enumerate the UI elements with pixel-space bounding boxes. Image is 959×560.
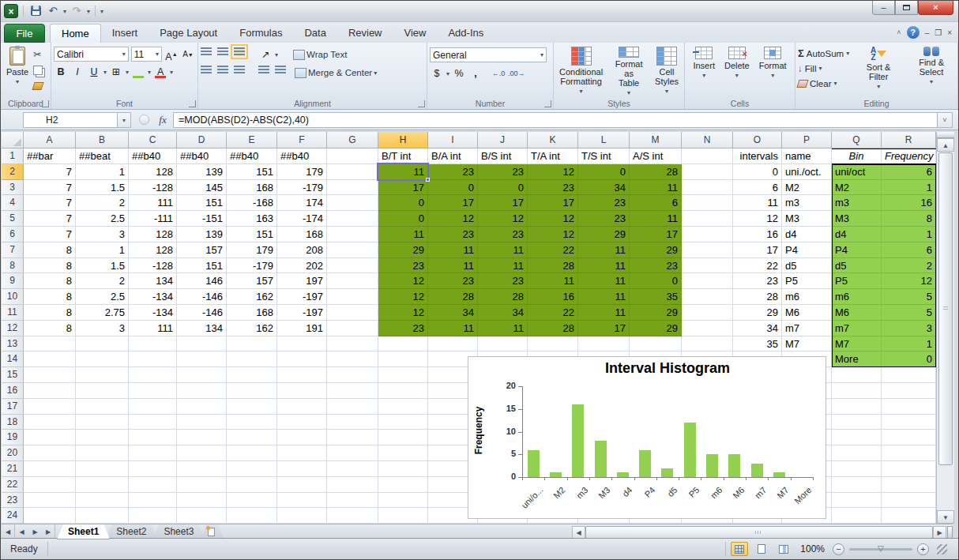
cell-B5[interactable]: 2.5 — [76, 211, 129, 227]
cell-P9[interactable]: P5 — [782, 273, 832, 289]
row-header-21[interactable]: 21 — [2, 461, 24, 477]
cell-H20[interactable] — [378, 445, 428, 461]
cell-F17[interactable] — [277, 399, 327, 415]
row-header-19[interactable]: 19 — [2, 430, 24, 445]
cell-Q19[interactable] — [832, 430, 882, 445]
cell-L12[interactable]: 17 — [578, 321, 630, 336]
row-header-13[interactable]: 13 — [2, 336, 24, 352]
column-header-Q[interactable]: Q — [832, 132, 882, 148]
cell-C1[interactable]: ##b40 — [129, 148, 177, 164]
increase-font-button[interactable]: A▲ — [164, 47, 179, 62]
cell-H14[interactable] — [378, 351, 428, 367]
cell-M1[interactable]: A/S int — [630, 148, 682, 164]
cell-F10[interactable]: -197 — [277, 289, 327, 305]
cell-O1[interactable]: intervals — [733, 148, 782, 164]
cell-O3[interactable]: 6 — [733, 180, 782, 196]
cell-B12[interactable]: 3 — [76, 321, 129, 336]
column-header-H[interactable]: H — [378, 132, 428, 148]
cell-D8[interactable]: 151 — [177, 258, 227, 274]
cell-J8[interactable]: 11 — [478, 258, 528, 274]
column-header-C[interactable]: C — [129, 132, 177, 148]
row-header-1[interactable]: 1 — [2, 148, 24, 164]
cell-N12[interactable] — [682, 321, 733, 336]
cell-R10[interactable]: 5 — [882, 289, 936, 305]
cell-L1[interactable]: T/S int — [578, 148, 630, 164]
column-header-M[interactable]: M — [630, 132, 682, 148]
cell-H21[interactable] — [378, 461, 428, 477]
zoom-in-button[interactable]: + — [917, 543, 929, 555]
cell-F19[interactable] — [277, 430, 327, 445]
decrease-decimal-button[interactable]: .00→ — [508, 66, 525, 81]
cell-C18[interactable] — [129, 415, 177, 430]
cell-K10[interactable]: 16 — [528, 289, 578, 305]
cell-H8[interactable]: 23 — [378, 258, 428, 274]
cell-A14[interactable] — [24, 351, 76, 367]
cell-B19[interactable] — [76, 430, 129, 445]
merge-center-button[interactable]: Merge & Center ▾ — [293, 66, 378, 80]
cell-A6[interactable]: 7 — [24, 227, 76, 242]
cell-H1[interactable]: B/T int — [378, 148, 428, 164]
column-header-J[interactable]: J — [478, 132, 528, 148]
scroll-up-icon[interactable]: ▲ — [937, 138, 954, 152]
column-header-G[interactable]: G — [327, 132, 378, 148]
cell-J5[interactable]: 12 — [478, 211, 528, 227]
cell-A7[interactable]: 8 — [24, 242, 76, 258]
zoom-slider-thumb[interactable]: ▽ — [878, 544, 884, 553]
scroll-down-icon[interactable]: ▼ — [937, 510, 954, 524]
cell-F14[interactable] — [277, 351, 327, 367]
cell-M10[interactable]: 35 — [630, 289, 682, 305]
cell-P2[interactable]: uni./oct. — [782, 164, 832, 180]
cell-O8[interactable]: 22 — [733, 258, 782, 274]
cell-D14[interactable] — [177, 351, 227, 367]
cell-Q20[interactable] — [832, 445, 882, 461]
cell-M12[interactable]: 29 — [630, 321, 682, 336]
cell-F23[interactable] — [277, 493, 327, 509]
tab-add-ins[interactable]: Add-Ins — [437, 24, 495, 43]
cell-D23[interactable] — [177, 493, 227, 509]
cell-P5[interactable]: M3 — [782, 211, 832, 227]
cell-G9[interactable] — [327, 273, 378, 289]
cell-M13[interactable] — [630, 336, 682, 352]
cell-E2[interactable]: 151 — [227, 164, 277, 180]
cell-B3[interactable]: 1.5 — [76, 180, 129, 196]
name-box-dropdown-icon[interactable]: ▾ — [118, 112, 131, 128]
cell-F18[interactable] — [277, 415, 327, 430]
cell-R24[interactable] — [882, 508, 936, 524]
cell-H17[interactable] — [378, 399, 428, 415]
cell-A19[interactable] — [24, 430, 76, 445]
cell-F9[interactable]: 197 — [277, 273, 327, 289]
cell-H9[interactable]: 12 — [378, 273, 428, 289]
cell-R18[interactable] — [882, 415, 936, 430]
cell-D6[interactable]: 139 — [177, 227, 227, 242]
cell-G24[interactable] — [327, 508, 378, 524]
cell-R21[interactable] — [882, 461, 936, 477]
cell-D3[interactable]: 145 — [177, 180, 227, 196]
cell-C21[interactable] — [129, 461, 177, 477]
cell-M4[interactable]: 6 — [630, 195, 682, 211]
cell-F24[interactable] — [277, 508, 327, 524]
font-dialog-launcher[interactable] — [189, 100, 196, 107]
cell-Q7[interactable]: P4 — [832, 242, 882, 258]
cell-H19[interactable] — [378, 430, 428, 445]
cell-M9[interactable]: 0 — [630, 273, 682, 289]
cell-D11[interactable]: -146 — [177, 305, 227, 321]
cell-F8[interactable]: 202 — [277, 258, 327, 274]
column-header-D[interactable]: D — [177, 132, 227, 148]
cell-B7[interactable]: 1 — [76, 242, 129, 258]
cell-N4[interactable] — [682, 195, 733, 211]
cell-B9[interactable]: 2 — [76, 273, 129, 289]
cell-Q11[interactable]: M6 — [832, 305, 882, 321]
format-painter-button[interactable] — [32, 79, 47, 92]
cell-R6[interactable]: 1 — [882, 227, 936, 242]
font-color-button[interactable]: A — [153, 65, 167, 79]
borders-dropdown-icon[interactable]: ▾ — [126, 69, 129, 76]
cell-D9[interactable]: 146 — [177, 273, 227, 289]
cell-C2[interactable]: 128 — [129, 164, 177, 180]
cell-N13[interactable] — [682, 336, 733, 352]
cell-I12[interactable]: 11 — [428, 321, 478, 336]
cell-Q13[interactable]: M7 — [832, 336, 882, 352]
cell-J4[interactable]: 17 — [478, 195, 528, 211]
cell-C7[interactable]: 128 — [129, 242, 177, 258]
cell-J3[interactable]: 0 — [478, 180, 528, 196]
cell-P7[interactable]: P4 — [782, 242, 832, 258]
